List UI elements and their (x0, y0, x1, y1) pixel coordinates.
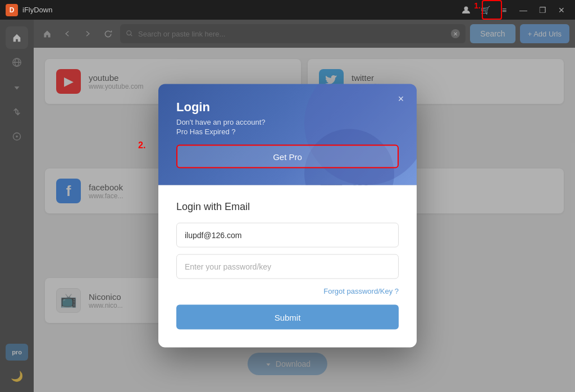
restore-button[interactable]: ❐ (535, 3, 550, 17)
app-logo: D (6, 4, 18, 16)
modal-title: Login (176, 100, 399, 115)
minimize-button[interactable]: — (515, 3, 531, 17)
modal-body: Login with Email Forgot password/Key ? S… (158, 185, 417, 348)
forgot-password-link[interactable]: Forgot password/Key ? (176, 286, 399, 296)
get-pro-button[interactable]: Get Pro (176, 145, 399, 168)
account-button[interactable] (458, 3, 474, 17)
close-button[interactable]: ✕ (554, 3, 569, 17)
modal-subtitle2: Pro Has Expired ? (176, 127, 399, 136)
step1-label: 1. (474, 1, 481, 10)
modal-header: × Login Don't have an pro account? Pro H… (158, 84, 417, 185)
forgot-password-anchor[interactable]: Forgot password/Key ? (323, 287, 399, 295)
email-input[interactable] (176, 223, 399, 248)
title-bar-left: D iFlyDown (6, 4, 52, 16)
login-modal: 2. × Login Don't have an pro account? Pr… (158, 84, 417, 348)
login-section-title: Login with Email (176, 201, 399, 213)
password-input[interactable] (176, 254, 399, 279)
submit-button[interactable]: Submit (176, 305, 399, 330)
modal-subtitle1: Don't have an pro account? (176, 118, 399, 126)
app-title: iFlyDown (22, 6, 52, 14)
account-highlight-box (482, 0, 502, 20)
svg-point-0 (464, 6, 468, 10)
step2-label: 2. (138, 140, 145, 151)
